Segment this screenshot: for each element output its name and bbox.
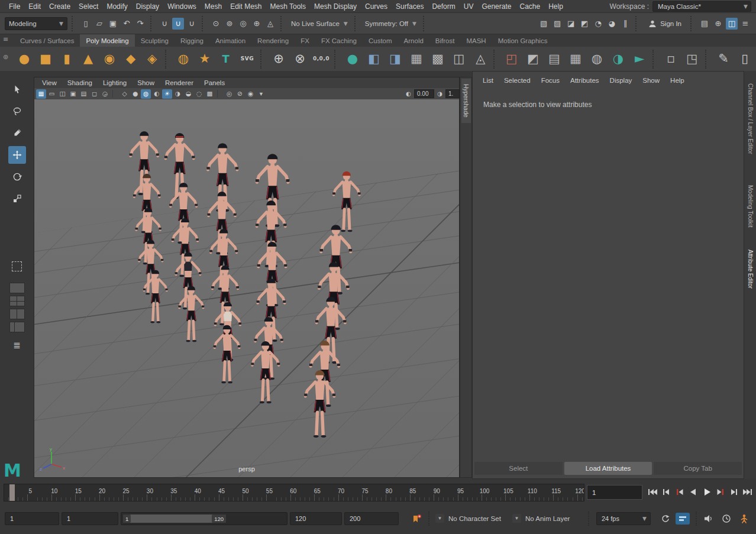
light-editor-icon[interactable]: ◕	[606, 18, 618, 30]
play-forwards-button[interactable]	[700, 484, 713, 500]
range-end-handle[interactable]: 120	[212, 514, 226, 523]
select-by-hierarchy-icon[interactable]: ⊙	[210, 18, 222, 30]
viewport-menu-view[interactable]: View	[37, 79, 62, 86]
workspace-dropdown[interactable]: Maya Classic* ▼	[652, 1, 751, 12]
range-slider-bar[interactable]: 1 120	[123, 514, 226, 523]
make-live-icon[interactable]: ◬	[264, 18, 276, 30]
animation-end-field[interactable]: 200	[344, 512, 399, 525]
render-settings-icon[interactable]: ◔	[592, 18, 604, 30]
tab-attribute-editor[interactable]: Attribute Editor	[747, 248, 754, 290]
wireframe-icon[interactable]: ◇	[119, 89, 130, 99]
mirror-icon[interactable]: ◑	[608, 49, 628, 69]
copy-tab-button[interactable]: Copy Tab	[654, 462, 742, 475]
content-browser-icon[interactable]: ▤	[699, 18, 710, 30]
bake-pivot-icon[interactable]: ⊗	[290, 49, 310, 69]
view-bookmark-icon[interactable]: ▾	[256, 89, 266, 99]
auto-key-button[interactable]	[737, 513, 751, 525]
multisample-icon[interactable]: ▩	[205, 89, 215, 99]
layout-four-pane-button[interactable]	[9, 296, 25, 306]
combine-icon[interactable]: ◫	[449, 49, 469, 69]
playback-loop-button[interactable]	[658, 513, 672, 525]
menu-surfaces[interactable]: Surfaces	[392, 2, 428, 11]
character-model[interactable]	[245, 340, 286, 404]
sculpt-sphere-icon[interactable]: ◍	[587, 49, 607, 69]
current-frame-field[interactable]: 1	[587, 485, 642, 500]
aim-target-icon[interactable]: ⊕	[712, 18, 724, 30]
textured-icon[interactable]: ◍	[141, 89, 151, 99]
go-to-start-button[interactable]	[646, 484, 658, 500]
workspace-panels-icon[interactable]: ◫	[726, 18, 738, 30]
character-model[interactable]	[138, 269, 173, 324]
snap-to-point-icon[interactable]: ∪	[186, 18, 198, 30]
append-facet-icon[interactable]: ▦	[566, 49, 586, 69]
menu-mesh-tools[interactable]: Mesh Tools	[266, 2, 310, 11]
boolean-union-icon[interactable]: ◧	[364, 49, 384, 69]
shelf-tab-fx[interactable]: FX	[295, 34, 315, 47]
render-sequence-icon[interactable]: ◩	[579, 18, 590, 30]
shelf-tab-fx-caching[interactable]: FX Caching	[315, 34, 363, 47]
menu-edit-mesh[interactable]: Edit Mesh	[226, 2, 266, 11]
boolean-difference-icon[interactable]: ◨	[385, 49, 405, 69]
character-model[interactable]	[208, 324, 245, 384]
motion-blur-icon[interactable]: ◌	[194, 89, 204, 99]
menu-cache[interactable]: Cache	[515, 2, 544, 11]
playback-end-field[interactable]: 120	[290, 512, 342, 525]
ae-menu-focus[interactable]: Focus	[536, 77, 565, 84]
super-shape-icon[interactable]: ★	[195, 49, 215, 69]
field-chart-icon[interactable]: ▤	[79, 89, 89, 99]
menu-help[interactable]: Help	[544, 2, 567, 11]
type-tool-icon[interactable]: T	[216, 49, 236, 69]
select-by-component-icon[interactable]: ◎	[237, 18, 249, 30]
ae-menu-list[interactable]: List	[477, 77, 499, 84]
anim-preferences-button[interactable]	[719, 513, 734, 525]
viewport-canvas[interactable]: y x z persp	[34, 99, 459, 477]
poly-cylinder-icon[interactable]: ▮	[57, 49, 77, 69]
center-pivot-icon[interactable]: ⊕	[269, 49, 289, 69]
camera-attributes-icon[interactable]: ◉	[245, 89, 256, 99]
mute-button[interactable]	[702, 513, 716, 525]
menu-mesh[interactable]: Mesh	[201, 2, 226, 11]
character-model[interactable]	[173, 285, 209, 343]
pencil-curve-icon[interactable]: ✎	[713, 49, 734, 69]
shelf-tab-poly-modeling[interactable]: Poly Modeling	[80, 34, 134, 47]
render-current-frame-icon[interactable]: ▨	[551, 18, 563, 30]
cached-playback-toggle[interactable]	[676, 513, 690, 525]
shelf-tab-bifrost[interactable]: Bifrost	[429, 34, 461, 47]
range-slider[interactable]: 1 120	[121, 512, 287, 525]
resolution-gate-icon[interactable]: ◫	[57, 89, 67, 99]
live-surface-field[interactable]: No Live Surface ▼	[289, 20, 350, 27]
playhead[interactable]	[9, 484, 15, 501]
viewport-menu-shading[interactable]: Shading	[62, 79, 98, 86]
outliner-button[interactable]: ≣	[8, 336, 26, 354]
character-model[interactable]	[298, 369, 341, 439]
poly-torus-icon[interactable]: ◉	[99, 49, 119, 69]
safe-action-icon[interactable]: ◻	[89, 89, 99, 99]
timeline-track[interactable]: 5101520253035404550556065707580859095100…	[4, 484, 584, 501]
character-set-menu-button[interactable]: ▼	[435, 514, 444, 523]
isolate-select-icon[interactable]: ⊘	[235, 89, 245, 99]
platonic-solid-icon[interactable]: ◍	[173, 49, 193, 69]
scale-tool-button[interactable]	[8, 190, 26, 208]
marquee-select-icon[interactable]: ▫	[661, 49, 681, 69]
fps-dropdown[interactable]: 24 fps ▼	[596, 512, 651, 525]
menu-curves[interactable]: Curves	[361, 2, 392, 11]
open-scene-icon[interactable]: ▱	[93, 18, 105, 30]
tool-settings-button[interactable]	[8, 257, 26, 275]
safe-title-icon[interactable]: ◶	[100, 89, 110, 99]
ae-menu-help[interactable]: Help	[665, 77, 690, 84]
anim-layer-menu-button[interactable]: ▼	[512, 514, 521, 523]
play-backwards-button[interactable]	[687, 484, 699, 500]
exposure-icon[interactable]: ◐	[404, 89, 413, 99]
save-scene-icon[interactable]: ▣	[107, 18, 119, 30]
menu-file[interactable]: File	[5, 2, 24, 11]
zero-transforms-icon[interactable]: 0,0,0	[311, 49, 331, 69]
shelf-tab-motion-graphics[interactable]: Motion Graphics	[492, 34, 554, 47]
exposure-field[interactable]: 0.00	[414, 89, 434, 98]
poly-sphere-icon[interactable]: ●	[14, 49, 34, 69]
menu-edit[interactable]: Edit	[24, 2, 45, 11]
layout-list-icon[interactable]: ≡	[739, 18, 751, 30]
poly-disc-icon[interactable]: ◆	[121, 49, 141, 69]
snap-to-grid-icon[interactable]: ∪	[159, 18, 170, 30]
range-start-handle[interactable]: 1	[123, 514, 131, 523]
viewport-menu-lighting[interactable]: Lighting	[98, 79, 132, 86]
